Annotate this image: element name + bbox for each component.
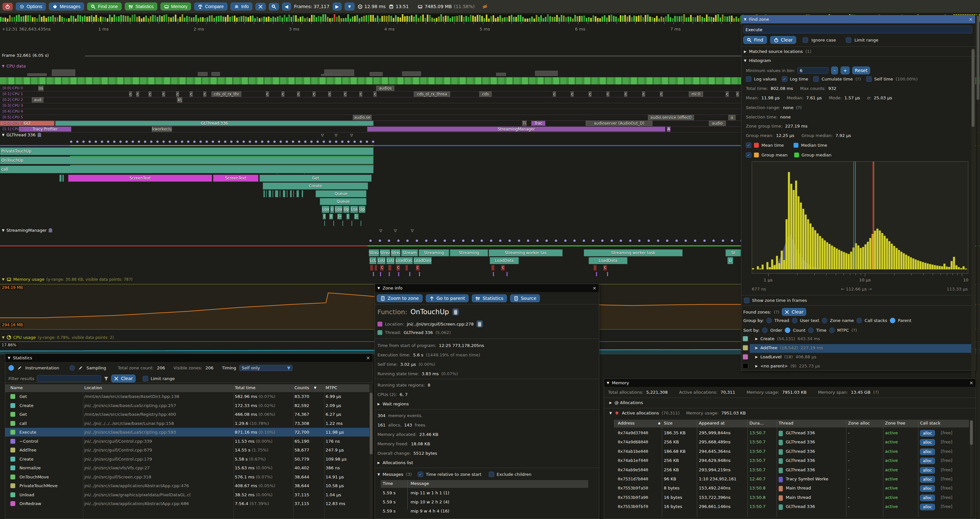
minus-button[interactable]: - — [831, 67, 838, 74]
find-zone-scrollbar-thumb[interactable] — [972, 49, 975, 127]
zone-C[interactable]: C — [501, 265, 505, 271]
ignore-case-checkbox[interactable] — [803, 37, 808, 43]
frames-prev-button[interactable]: ◀ — [282, 3, 291, 10]
frames-next-button[interactable]: ▶ — [333, 3, 342, 10]
alloc-button[interactable]: alloc — [920, 449, 935, 455]
memory-table-row[interactable]: 0x7531d7b04096 KB1:10 234,952,16112:40.7… — [614, 476, 969, 484]
zone-os[interactable]: os — [38, 86, 43, 91]
statistics-header[interactable]: ▼Statistics✕ — [5, 354, 372, 362]
column-header-total-time[interactable]: Total time — [235, 385, 256, 390]
zone-|([interactable]: |( — [329, 214, 333, 219]
zone-unnamed[interactable] — [287, 190, 288, 197]
histogram-plot[interactable] — [752, 161, 968, 274]
alloc-button[interactable]: alloc — [920, 430, 935, 436]
table-row[interactable]: OnTouchMovejni/../jni/src/guif/Screen.cp… — [5, 473, 369, 482]
zone-Streaming worker tas[interactable]: Streaming worker tas — [489, 249, 563, 256]
memory-table-row[interactable]: 0x7553b9fbf016 bytes296,661,146ns13:50.7… — [614, 503, 969, 511]
zone-c[interactable]: c — [660, 91, 663, 97]
log-time-checkbox[interactable]: ✓ — [782, 76, 788, 82]
zone-([interactable]: ( — [323, 214, 326, 219]
message-marker[interactable]: ▽ — [394, 228, 397, 233]
message-marker[interactable]: ▽ — [335, 133, 337, 137]
alloc-button[interactable]: alloc — [920, 504, 935, 510]
zone-c[interactable]: c — [726, 91, 729, 97]
zone-LoU[interactable]: LoU — [386, 257, 395, 264]
zone-unnamed[interactable] — [375, 265, 377, 271]
zone-unnamed[interactable] — [62, 175, 64, 182]
clear-button[interactable]: Clear — [770, 36, 797, 44]
memory-table-header[interactable]: AddressSizeAppeared atDura...ThreadZone … — [614, 420, 969, 428]
column-header-zone-free[interactable]: Zone free — [885, 421, 905, 426]
memory-scrollbar-thumb[interactable] — [970, 420, 973, 445]
find-zone-button[interactable]: Find zone — [87, 3, 121, 10]
zone-audios[interactable]: audios — [376, 86, 395, 91]
table-row[interactable]: ~Controljni/../jni/src/guif/Control.cpp:… — [5, 438, 369, 446]
time-relative-checkbox[interactable]: ✓ — [418, 472, 423, 477]
message-marker[interactable]: ▽ — [379, 228, 382, 233]
zone-audioserver (AudioOut_D)[interactable]: audioserver (AudioOut_D) — [585, 121, 652, 126]
zone-cds[interactable]: cds — [479, 91, 492, 97]
zone-unnamed[interactable] — [266, 190, 267, 197]
find-button[interactable]: Find — [743, 36, 767, 44]
tools-button[interactable] — [256, 3, 266, 10]
close-icon[interactable]: ✕ — [969, 17, 972, 22]
zone-c[interactable]: c — [282, 91, 285, 97]
zone-U[interactable]: U — [727, 257, 733, 264]
group-radio-user-text[interactable] — [792, 318, 797, 323]
zone-audio.service (effect)[interactable]: audio.service (effect) — [648, 115, 694, 120]
column-header-dura---[interactable]: Dura... — [749, 421, 764, 426]
table-row[interactable]: Get/mnt/e/claw/src/claw/base/Registry.hp… — [5, 410, 369, 419]
zone-c[interactable]: c — [553, 91, 556, 97]
zone-([interactable]: ( — [346, 214, 350, 219]
timing-select[interactable]: Self only▼ — [239, 365, 293, 371]
zone-Create[interactable]: Create — [262, 182, 368, 190]
zone-OnTouchUp[interactable]: OnTouchUp — [0, 156, 374, 164]
histogram-toggle[interactable]: ▼Histogram — [744, 58, 771, 63]
zone-Streaming worker task[interactable]: Streaming worker task — [584, 249, 682, 256]
column-header-name[interactable]: Name — [10, 385, 23, 390]
allocations-toggle[interactable]: ▶@ Allocations — [609, 400, 643, 405]
zone-Loa[interactable]: Loa — [335, 206, 342, 213]
sampling-radio[interactable] — [69, 365, 75, 370]
zone-c[interactable]: c — [374, 91, 377, 97]
column-header-counts[interactable]: Counts — [294, 385, 309, 390]
memory-table-row[interactable]: 0x7553b9fa9016 bytes153,722,396ns13:50.8… — [614, 494, 969, 503]
zone-unnamed[interactable] — [293, 190, 294, 197]
zone-c[interactable]: c — [624, 91, 627, 97]
alloc-button[interactable]: alloc — [920, 458, 935, 464]
glthread-header[interactable]: ▼GLThread 336 — [2, 133, 41, 137]
memory-usage-header[interactable]: ▼Memory usage(y-range: 30.88 KB, visible… — [2, 277, 133, 282]
button-zoom-to-zone[interactable]: Zoom to zone — [377, 294, 423, 302]
memory-table-row[interactable]: 0x74a9d68040256 KB295,668,489ns13:50.7GL… — [614, 439, 969, 447]
zone-LoU[interactable]: LoU — [377, 257, 386, 264]
column-header-zone-alloc[interactable]: Zone alloc — [848, 421, 870, 426]
group-checkbox[interactable]: ✓ — [746, 152, 751, 158]
zone-LoadDaU[interactable]: LoadDaU — [414, 257, 432, 264]
zone-unnamed[interactable] — [263, 190, 265, 197]
options-button[interactable]: Options — [16, 3, 46, 10]
zone-ScreenText[interactable]: ScreenText — [213, 175, 258, 182]
zone-Up[interactable]: Up — [343, 206, 350, 213]
message-row[interactable]: 5.59 smip 9 w 4 h 4 (16) — [381, 508, 588, 516]
zone-unnamed[interactable] — [388, 265, 391, 271]
memory-header[interactable]: ▼Memory✕ — [604, 379, 976, 387]
search-button[interactable] — [269, 3, 279, 10]
zone-a[interactable]: a — [729, 115, 735, 120]
found-zone-group[interactable]: ▶Create(54,131)643.34 ms — [743, 336, 820, 342]
zone-C[interactable]: C — [396, 265, 400, 271]
zone-c[interactable]: c — [136, 91, 139, 97]
zone-c[interactable]: c — [344, 91, 347, 97]
table-row[interactable]: OnRedrawjni/../jni/src/claw/application/… — [5, 500, 369, 508]
table-row[interactable]: PrivateTouchMovejni/../jni/src/claw/appl… — [5, 482, 369, 490]
self-time-checkbox[interactable] — [866, 76, 872, 82]
statistics-scrollbar-thumb[interactable] — [370, 393, 372, 454]
zone-mi:0[interactable]: mi:0 — [689, 91, 703, 97]
instrumentation-radio[interactable] — [8, 365, 14, 370]
zone-|-[interactable]: |- — [354, 214, 359, 219]
zone-k\[interactable]: k\ — [177, 97, 182, 102]
message-row[interactable]: 5.59 smip 10 w 2 h 2 (4) — [381, 499, 588, 507]
message-marker[interactable]: ▽ — [321, 133, 324, 137]
zone-cds_ol_rx_thr[interactable]: cds_ol_rx_thr — [212, 91, 241, 97]
alloc-button[interactable]: alloc — [920, 476, 935, 483]
zone-c[interactable]: c — [328, 91, 331, 97]
